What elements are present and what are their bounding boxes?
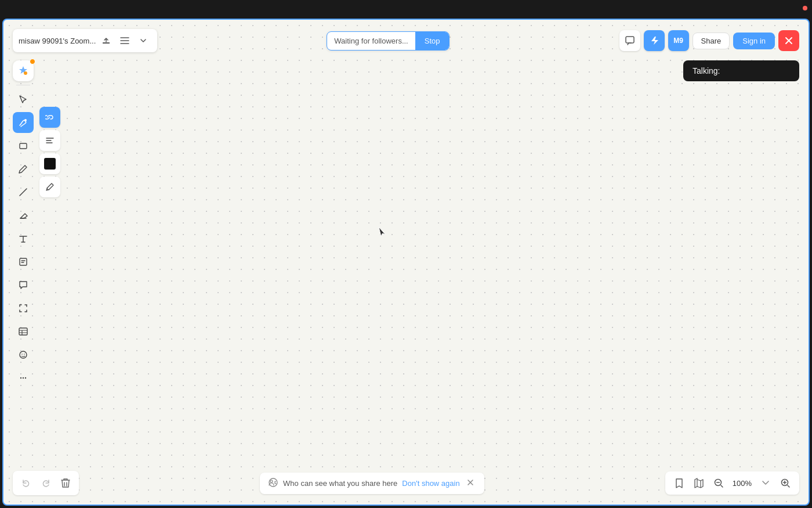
privacy-icon [268, 477, 278, 489]
frame-tool[interactable] [13, 298, 34, 319]
svg-point-16 [781, 480, 788, 486]
close-notification-button[interactable] [465, 477, 476, 489]
chat-button[interactable] [619, 30, 640, 51]
collapse-button[interactable] [135, 33, 151, 49]
ai-badge [30, 59, 35, 64]
left-toolbar [13, 60, 34, 388]
svg-point-3 [24, 119, 27, 121]
whiteboard-canvas[interactable]: misaw 99091's Zoom... [2, 19, 810, 506]
waiting-banner: Waiting for followers... Stop [327, 31, 449, 51]
eraser-tool[interactable] [13, 205, 34, 226]
delete-button[interactable] [57, 474, 74, 492]
svg-rect-4 [20, 143, 27, 149]
comment-tool[interactable] [13, 275, 34, 296]
text-tool[interactable] [13, 228, 34, 249]
svg-point-14 [270, 480, 273, 482]
upload-button[interactable] [98, 33, 114, 49]
stop-button[interactable]: Stop [415, 32, 449, 50]
m9-label: M9 [673, 37, 683, 45]
shape-tool[interactable] [13, 135, 34, 156]
m9-button[interactable]: M9 [668, 30, 689, 51]
share-button[interactable]: Share [693, 33, 730, 49]
link-tool[interactable] [39, 107, 60, 128]
svg-point-12 [25, 377, 26, 379]
top-toolbar: misaw 99091's Zoom... [3, 29, 809, 52]
more-tool[interactable] [13, 368, 34, 388]
dont-show-again-link[interactable]: Don't show again [402, 479, 459, 488]
lightning-button[interactable] [644, 30, 665, 51]
privacy-text: Who can see what you share here [283, 479, 397, 488]
close-button[interactable] [778, 30, 799, 51]
svg-point-11 [23, 377, 24, 379]
mouse-cursor [378, 226, 385, 236]
privacy-notification: Who can see what you share here Don't sh… [260, 473, 484, 494]
bottom-left-panel [13, 471, 79, 495]
svg-point-15 [715, 480, 721, 486]
ai-button[interactable] [13, 60, 34, 81]
svg-point-7 [20, 351, 27, 358]
map-button[interactable] [691, 475, 707, 491]
talking-label: Talking: [693, 66, 720, 75]
signin-button[interactable]: Sign in [733, 33, 775, 49]
secondary-toolbar [39, 107, 60, 197]
svg-rect-1 [626, 37, 634, 43]
fill-color-swatch [44, 158, 56, 170]
eyedropper-tool[interactable] [39, 176, 60, 197]
svg-point-10 [20, 377, 21, 379]
board-title: misaw 99091's Zoom... [19, 37, 96, 45]
select-tool[interactable] [13, 89, 34, 110]
zoom-level-display: 100% [730, 479, 754, 488]
svg-point-2 [24, 71, 27, 75]
zoom-in-button[interactable] [777, 475, 793, 491]
bottom-toolbar: Who can see what you share here Don't sh… [3, 471, 809, 495]
table-tool[interactable] [13, 321, 34, 342]
redo-button[interactable] [37, 474, 55, 492]
line-tool[interactable] [13, 182, 34, 203]
top-right-panel: M9 Share Sign in [619, 30, 799, 51]
emoji-tool[interactable] [13, 344, 34, 365]
svg-point-13 [269, 478, 277, 487]
undo-button[interactable] [17, 474, 35, 492]
bookmark-button[interactable] [671, 475, 687, 491]
fill-color-tool[interactable] [39, 153, 60, 174]
note-tool[interactable] [13, 251, 34, 272]
svg-point-9 [24, 354, 25, 355]
format-tool[interactable] [39, 130, 60, 151]
whiteboard-wrapper: misaw 99091's Zoom... [0, 16, 812, 508]
pencil-tool[interactable] [13, 158, 34, 179]
traffic-light [803, 6, 807, 10]
svg-rect-5 [20, 258, 27, 265]
top-left-panel: misaw 99091's Zoom... [13, 29, 157, 52]
talking-box: Talking: [683, 60, 799, 81]
waiting-text: Waiting for followers... [327, 32, 415, 50]
toolbar-separator-1 [16, 85, 30, 85]
menu-button[interactable] [117, 33, 133, 49]
title-bar [0, 0, 812, 16]
svg-rect-0 [103, 42, 110, 44]
bottom-right-panel: 100% [665, 471, 799, 495]
draw-tool[interactable] [13, 112, 34, 133]
svg-rect-6 [19, 328, 27, 335]
zoom-dropdown-button[interactable] [757, 475, 774, 491]
svg-point-8 [21, 354, 23, 355]
top-center-panel: Waiting for followers... Stop [327, 31, 449, 51]
zoom-out-button[interactable] [710, 475, 727, 491]
